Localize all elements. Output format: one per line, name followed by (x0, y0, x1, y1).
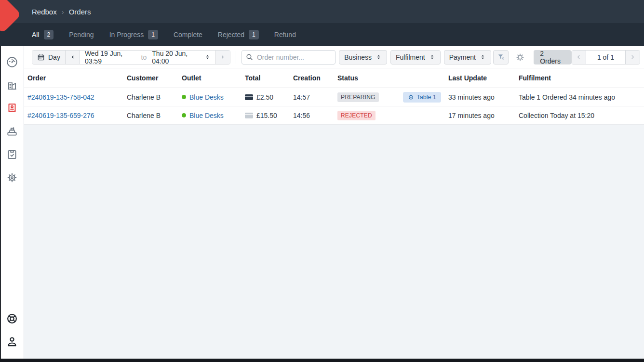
chevron-right-icon (220, 54, 226, 60)
clear-filters-button[interactable] (493, 50, 509, 65)
previous-period-button[interactable] (65, 51, 80, 64)
tab-all-count: 2 (44, 30, 54, 39)
next-period-button[interactable] (215, 51, 230, 64)
orders-receipt-icon[interactable] (6, 102, 18, 115)
toolbar-divider (236, 51, 236, 64)
top-header-bar: Redbox › Orders (0, 0, 644, 23)
stock-icon[interactable] (6, 148, 18, 161)
customer-name: Charlene B (127, 112, 182, 119)
dashboard-icon[interactable] (6, 56, 18, 68)
order-number-link[interactable]: #240619-135-758-042 (27, 93, 127, 101)
column-fulfilment: Fulfilment (519, 74, 644, 82)
orders-count-badge: 2 Orders (534, 50, 571, 65)
outlet-link[interactable]: Blue Desks (189, 112, 224, 119)
column-creation: Creation (293, 74, 337, 82)
column-customer: Customer (127, 74, 182, 82)
table-row[interactable]: #240619-135-659-276 Charlene B Blue Desk… (24, 106, 644, 125)
outlet-online-dot (182, 95, 186, 99)
settings-icon[interactable] (6, 171, 18, 184)
chevron-right-icon (630, 54, 635, 60)
table-target-icon (408, 94, 414, 100)
pagination-control: 1 of 1 (571, 50, 640, 65)
breadcrumb-app[interactable]: Redbox (32, 8, 57, 16)
column-order: Order (27, 74, 127, 82)
filter-remove-icon (497, 53, 505, 61)
sidebar-nav (0, 46, 24, 359)
date-range-end: Thu 20 Jun, 04:00 (152, 50, 201, 65)
business-icon[interactable] (6, 79, 18, 91)
fulfilment-info: Collection Today at 15:20 (519, 112, 644, 119)
order-total: £2.50 (256, 93, 273, 101)
chevron-left-icon (70, 54, 75, 60)
status-badge: REJECTED (337, 111, 376, 120)
tab-rejected[interactable]: Rejected 1 (218, 30, 259, 39)
last-update: 33 minutes ago (448, 93, 519, 101)
column-total: Total (245, 74, 293, 82)
fulfilment-info: Table 1 Ordered 34 minutes ago (519, 93, 644, 101)
previous-page-button[interactable] (572, 51, 586, 64)
empty-content-area (24, 125, 644, 359)
page-indicator: 1 of 1 (586, 51, 625, 64)
orders-table-header: Order Customer Outlet Total Creation Sta… (24, 68, 644, 88)
tab-all[interactable]: All 2 (32, 30, 54, 39)
tab-rejected-count: 1 (249, 30, 259, 39)
tab-in-progress-count: 1 (148, 30, 158, 39)
order-status-tabs: All 2 Pending In Progress 1 Complete Rej… (0, 23, 644, 46)
status-badge: PREPARING (337, 92, 379, 102)
creation-time: 14:56 (293, 112, 337, 119)
order-total: £15.50 (256, 112, 277, 119)
customer-name: Charlene B (127, 93, 182, 101)
outlet-online-dot (182, 113, 186, 117)
window-left-edge (0, 46, 1, 362)
search-icon (245, 53, 254, 61)
tab-pending[interactable]: Pending (69, 31, 94, 39)
date-range-display[interactable]: Wed 19 Jun, 03:59 to Thu 20 Jun, 04:00 (80, 51, 215, 64)
window-bottom-edge (0, 359, 644, 362)
tab-in-progress[interactable]: In Progress 1 (109, 30, 158, 39)
last-update: 17 minutes ago (448, 112, 519, 119)
table-row[interactable]: #240619-135-758-042 Charlene B Blue Desk… (24, 88, 644, 106)
column-status: Status (337, 74, 448, 82)
updown-icon (376, 54, 382, 60)
business-filter-dropdown[interactable]: Business (339, 50, 387, 65)
chevron-left-icon (576, 54, 581, 60)
main-content: Day Wed 19 Jun, 03:59 to Thu 20 Jun, 04:… (24, 46, 644, 359)
fulfilment-filter-dropdown[interactable]: Fulfilment (390, 50, 441, 65)
table-number-badge[interactable]: Table 1 (403, 92, 441, 103)
breadcrumb-page: Orders (69, 8, 91, 16)
calendar-icon (37, 53, 45, 61)
tab-refund[interactable]: Refund (274, 31, 296, 39)
payment-filter-dropdown[interactable]: Payment (444, 50, 491, 65)
table-settings-button[interactable] (515, 52, 525, 62)
account-icon[interactable] (6, 336, 18, 348)
date-range-start: Wed 19 Jun, 03:59 (85, 50, 136, 65)
tab-complete[interactable]: Complete (174, 31, 202, 39)
till-icon[interactable] (6, 125, 18, 138)
order-number-link[interactable]: #240619-135-659-276 (27, 112, 127, 119)
column-outlet: Outlet (182, 74, 245, 82)
updown-icon (429, 54, 435, 60)
outlet-link[interactable]: Blue Desks (189, 93, 224, 101)
date-range-to: to (141, 53, 147, 61)
date-range-control: Day Wed 19 Jun, 03:59 to Thu 20 Jun, 04:… (32, 50, 230, 65)
day-view-button[interactable]: Day (32, 51, 65, 64)
column-last-update: Last Update (448, 74, 519, 82)
gear-icon (515, 52, 525, 62)
search-input[interactable] (242, 50, 335, 65)
creation-time: 14:57 (293, 93, 337, 101)
card-payment-icon (245, 94, 253, 100)
next-page-button[interactable] (625, 51, 640, 64)
orders-toolbar: Day Wed 19 Jun, 03:59 to Thu 20 Jun, 04:… (24, 46, 644, 68)
order-search (242, 50, 335, 65)
breadcrumb-separator: › (62, 8, 64, 16)
card-payment-icon (245, 113, 253, 118)
help-lifebuoy-icon[interactable] (6, 312, 18, 325)
updown-icon (204, 54, 211, 60)
updown-icon (480, 54, 486, 60)
